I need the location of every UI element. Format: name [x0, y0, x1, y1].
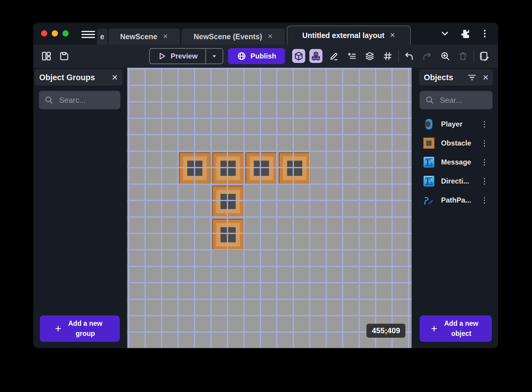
kebab-icon: ⋮ — [481, 139, 488, 148]
objects-header: Objects ✕ — [419, 69, 493, 86]
add-group-button[interactable]: + Add a new group — [40, 315, 120, 342]
obstacle-instance[interactable] — [212, 186, 244, 217]
more-options-button[interactable] — [479, 27, 491, 40]
close-icon[interactable]: ✕ — [163, 33, 168, 40]
close-objects-button[interactable]: ✕ — [481, 72, 490, 83]
obstacle-instance[interactable] — [212, 219, 244, 251]
object-row-player[interactable]: Player ⋮ — [419, 115, 493, 134]
zoom-in-button[interactable] — [439, 50, 452, 63]
add-group-label: Add a new group — [66, 319, 105, 339]
close-object-groups-button[interactable]: ✕ — [110, 72, 119, 83]
main-menu-button[interactable] — [81, 31, 95, 38]
path-paint-icon — [423, 195, 435, 206]
preview-main[interactable]: Preview — [150, 49, 205, 64]
tab-newscene[interactable]: NewScene ✕ — [108, 29, 180, 45]
kebab-icon — [480, 29, 490, 39]
extensions-button[interactable] — [458, 27, 471, 40]
layers-icon — [365, 51, 375, 61]
toggle-panels-button[interactable] — [40, 50, 53, 63]
tab-untitled-external-layout[interactable]: Untitled external layout ✕ — [287, 26, 411, 45]
scene-canvas[interactable]: 455;409 — [127, 68, 412, 348]
object-groups-header: Object Groups ✕ — [34, 69, 123, 86]
preview-button[interactable]: Preview — [149, 48, 223, 64]
obstacle-instance[interactable] — [179, 152, 211, 184]
delete-button[interactable] — [457, 50, 470, 63]
close-icon[interactable]: ✕ — [390, 31, 395, 39]
object-row-message[interactable]: Tx Message ⋮ — [419, 153, 493, 172]
object-menu-button[interactable]: ⋮ — [479, 196, 490, 205]
object-menu-button[interactable]: ⋮ — [479, 158, 490, 167]
layers-button[interactable] — [363, 50, 376, 63]
text-object-icon: Tx — [423, 157, 435, 168]
window-minimize-button[interactable] — [52, 30, 58, 37]
edit-scene-properties-button[interactable] — [478, 50, 491, 63]
obstacle-instance[interactable] — [245, 152, 277, 184]
object-menu-button[interactable]: ⋮ — [479, 177, 490, 186]
publish-button[interactable]: Publish — [228, 48, 285, 64]
titlebar-actions — [439, 23, 498, 45]
toolbar-divider — [398, 50, 399, 62]
redo-button[interactable] — [421, 50, 434, 63]
object-row-obstacle[interactable]: Obstacle ⋮ — [419, 134, 493, 153]
obstacle-instance[interactable] — [212, 152, 244, 184]
instances-list-button[interactable] — [345, 50, 358, 63]
tab-label: Untitled external layout — [302, 31, 384, 40]
cursor-coordinates-badge: 455;409 — [366, 324, 405, 338]
pencil-icon — [329, 51, 339, 61]
object-groups-search[interactable] — [39, 91, 120, 109]
window-close-button[interactable] — [41, 30, 47, 37]
plus-icon: + — [55, 323, 61, 334]
titlebar: e NewScene ✕ NewScene (Events) ✕ Untitle… — [33, 23, 498, 45]
objects-panel: Objects ✕ Player ⋮ Obstacle ⋮ — [419, 68, 493, 348]
undo-button[interactable] — [402, 50, 415, 63]
text-object-icon: Tx — [423, 176, 435, 187]
instances-list-icon — [347, 51, 357, 61]
player-sprite-icon — [423, 118, 435, 130]
tab-clipped[interactable]: e — [97, 29, 108, 45]
edit-object-button[interactable] — [328, 50, 341, 63]
object-label: Player — [441, 120, 479, 128]
toolbar: Preview Publish — [33, 45, 498, 68]
obstacle-instance[interactable] — [279, 152, 311, 184]
grid-settings-button[interactable] — [381, 50, 394, 63]
object-label: PathPa... — [441, 196, 479, 204]
plus-icon: + — [431, 323, 437, 334]
tab-label: NewScene (Events) — [193, 32, 262, 41]
window-maximize-button[interactable] — [62, 30, 69, 37]
tabs-overflow-button[interactable] — [439, 27, 451, 40]
save-icon — [59, 51, 70, 61]
tab-label: NewScene — [120, 32, 157, 41]
object-menu-button[interactable]: ⋮ — [479, 120, 490, 129]
object-groups-panel: Object Groups ✕ + Add a new group — [33, 68, 127, 348]
close-icon: ✕ — [482, 73, 489, 82]
object-row-pathpaint[interactable]: PathPa... ⋮ — [419, 191, 493, 210]
object-row-directions[interactable]: Tx Directi... ⋮ — [419, 172, 493, 191]
obstacle-core — [221, 227, 236, 242]
cubes-icon — [311, 51, 321, 61]
preview-dropdown-button[interactable] — [206, 49, 223, 64]
save-button[interactable] — [58, 50, 71, 63]
tab-newscene-events[interactable]: NewScene (Events) ✕ — [182, 29, 285, 45]
select-instance-tool-button[interactable] — [292, 49, 305, 63]
close-icon[interactable]: ✕ — [267, 33, 273, 40]
globe-icon — [237, 51, 246, 61]
add-instances-tool-button[interactable] — [309, 49, 322, 63]
filter-objects-button[interactable] — [467, 72, 477, 83]
obstacle-sprite-icon — [423, 137, 435, 149]
objects-search[interactable] — [420, 91, 492, 109]
kebab-icon: ⋮ — [481, 158, 488, 167]
search-icon — [425, 95, 435, 105]
preview-label: Preview — [171, 52, 198, 60]
object-groups-search-input[interactable] — [59, 95, 115, 105]
objects-list: Player ⋮ Obstacle ⋮ Tx Message ⋮ Tx Dire… — [419, 115, 493, 210]
desktop: { "glyphs": { "close": "✕", "kebab": "⋮"… — [0, 0, 532, 392]
edit-note-icon — [479, 51, 490, 61]
add-object-button[interactable]: + Add a new object — [420, 315, 492, 342]
object-menu-button[interactable]: ⋮ — [479, 139, 490, 148]
objects-title: Objects — [424, 73, 453, 82]
obstacle-core — [221, 161, 236, 176]
objects-search-input[interactable] — [439, 95, 487, 105]
add-object-label: Add a new object — [442, 319, 481, 339]
object-label: Directi... — [441, 177, 479, 185]
search-icon — [44, 95, 54, 105]
